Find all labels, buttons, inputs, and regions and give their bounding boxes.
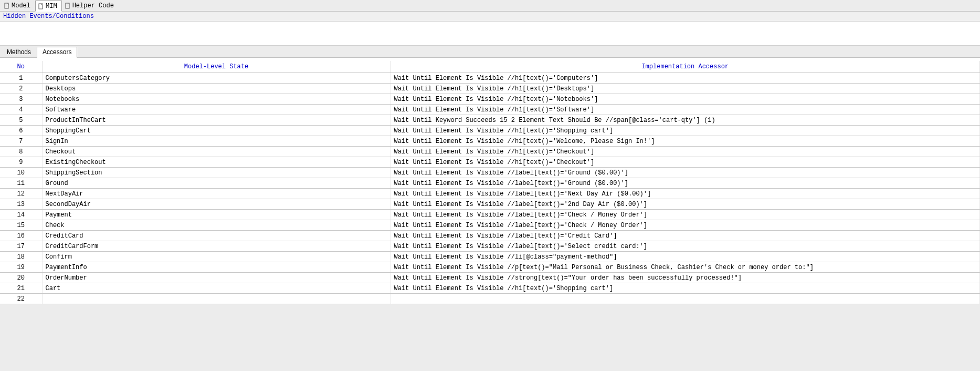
- cell-state[interactable]: Notebooks: [42, 94, 391, 105]
- cell-no[interactable]: 17: [0, 241, 42, 252]
- cell-state[interactable]: Checkout: [42, 147, 391, 157]
- file-icon: [65, 3, 71, 9]
- cell-no[interactable]: 1: [0, 73, 42, 84]
- cell-no[interactable]: 21: [0, 283, 42, 294]
- accessors-table: No Model-Level State Implementation Acce…: [0, 61, 980, 304]
- hidden-events-link[interactable]: Hidden Events/Conditions: [0, 12, 980, 22]
- table-row[interactable]: 9ExistingCheckoutWait Until Element Is V…: [0, 157, 980, 168]
- cell-impl[interactable]: Wait Until Element Is Visible //h1[text(…: [391, 73, 980, 84]
- cell-no[interactable]: 13: [0, 199, 42, 210]
- col-header-impl[interactable]: Implementation Accessor: [391, 61, 980, 73]
- table-row[interactable]: 22: [0, 294, 980, 304]
- cell-no[interactable]: 14: [0, 210, 42, 220]
- table-row[interactable]: 20OrderNumberWait Until Element Is Visib…: [0, 273, 980, 283]
- cell-impl[interactable]: Wait Until Element Is Visible //label[te…: [391, 241, 980, 252]
- cell-no[interactable]: 15: [0, 220, 42, 231]
- table-row[interactable]: 18ConfirmWait Until Element Is Visible /…: [0, 252, 980, 262]
- cell-state[interactable]: ExistingCheckout: [42, 157, 391, 168]
- table-row[interactable]: 17CreditCardFormWait Until Element Is Vi…: [0, 241, 980, 252]
- cell-no[interactable]: 4: [0, 105, 42, 115]
- col-header-no[interactable]: No: [0, 61, 42, 73]
- cell-state[interactable]: Cart: [42, 283, 391, 294]
- cell-impl[interactable]: Wait Until Element Is Visible //p[text()…: [391, 262, 980, 273]
- cell-state[interactable]: ProductInTheCart: [42, 115, 391, 126]
- tab-methods[interactable]: Methods: [1, 47, 37, 57]
- cell-state[interactable]: Confirm: [42, 252, 391, 262]
- cell-state[interactable]: SecondDayAir: [42, 199, 391, 210]
- cell-impl[interactable]: Wait Until Element Is Visible //label[te…: [391, 199, 980, 210]
- cell-no[interactable]: 7: [0, 136, 42, 147]
- cell-impl[interactable]: Wait Until Keyword Succeeds 15 2 Element…: [391, 115, 980, 126]
- cell-impl[interactable]: Wait Until Element Is Visible //h1[text(…: [391, 147, 980, 157]
- cell-no[interactable]: 22: [0, 294, 42, 304]
- cell-impl[interactable]: Wait Until Element Is Visible //label[te…: [391, 189, 980, 199]
- cell-no[interactable]: 19: [0, 262, 42, 273]
- cell-impl[interactable]: Wait Until Element Is Visible //li[@clas…: [391, 252, 980, 262]
- cell-state[interactable]: Check: [42, 220, 391, 231]
- cell-state[interactable]: CreditCardForm: [42, 241, 391, 252]
- cell-no[interactable]: 9: [0, 157, 42, 168]
- table-row[interactable]: 8CheckoutWait Until Element Is Visible /…: [0, 147, 980, 157]
- col-header-state[interactable]: Model-Level State: [42, 61, 391, 73]
- cell-impl[interactable]: Wait Until Element Is Visible //h1[text(…: [391, 105, 980, 115]
- table-row[interactable]: 7SignInWait Until Element Is Visible //h…: [0, 136, 980, 147]
- cell-state[interactable]: Ground: [42, 178, 391, 189]
- cell-impl[interactable]: Wait Until Element Is Visible //strong[t…: [391, 273, 980, 283]
- cell-no[interactable]: 5: [0, 115, 42, 126]
- cell-no[interactable]: 6: [0, 126, 42, 136]
- table-row[interactable]: 14PaymentWait Until Element Is Visible /…: [0, 210, 980, 220]
- cell-no[interactable]: 12: [0, 189, 42, 199]
- cell-impl[interactable]: Wait Until Element Is Visible //h1[text(…: [391, 84, 980, 94]
- cell-impl[interactable]: Wait Until Element Is Visible //h1[text(…: [391, 136, 980, 147]
- table-row[interactable]: 1ComputersCategoryWait Until Element Is …: [0, 73, 980, 84]
- cell-no[interactable]: 18: [0, 252, 42, 262]
- cell-state[interactable]: SignIn: [42, 136, 391, 147]
- cell-no[interactable]: 2: [0, 84, 42, 94]
- tab-accessors[interactable]: Accessors: [37, 47, 77, 58]
- table-row[interactable]: 13SecondDayAirWait Until Element Is Visi…: [0, 199, 980, 210]
- cell-no[interactable]: 11: [0, 178, 42, 189]
- cell-impl[interactable]: Wait Until Element Is Visible //label[te…: [391, 220, 980, 231]
- tab-model[interactable]: Model: [1, 1, 35, 11]
- cell-no[interactable]: 8: [0, 147, 42, 157]
- cell-impl[interactable]: Wait Until Element Is Visible //label[te…: [391, 168, 980, 178]
- cell-no[interactable]: 20: [0, 273, 42, 283]
- table-row[interactable]: 16CreditCardWait Until Element Is Visibl…: [0, 231, 980, 241]
- cell-impl[interactable]: Wait Until Element Is Visible //label[te…: [391, 210, 980, 220]
- cell-impl[interactable]: Wait Until Element Is Visible //h1[text(…: [391, 283, 980, 294]
- table-row[interactable]: 19PaymentInfoWait Until Element Is Visib…: [0, 262, 980, 273]
- cell-state[interactable]: ShippingSection: [42, 168, 391, 178]
- cell-state[interactable]: Desktops: [42, 84, 391, 94]
- cell-state[interactable]: OrderNumber: [42, 273, 391, 283]
- table-row[interactable]: 5ProductInTheCartWait Until Keyword Succ…: [0, 115, 980, 126]
- cell-impl[interactable]: Wait Until Element Is Visible //label[te…: [391, 178, 980, 189]
- cell-impl[interactable]: Wait Until Element Is Visible //label[te…: [391, 231, 980, 241]
- table-row[interactable]: 12NextDayAirWait Until Element Is Visibl…: [0, 189, 980, 199]
- cell-impl[interactable]: Wait Until Element Is Visible //h1[text(…: [391, 157, 980, 168]
- tab-model-label: Model: [12, 2, 30, 9]
- tab-mim[interactable]: MIM: [35, 1, 62, 12]
- cell-state[interactable]: CreditCard: [42, 231, 391, 241]
- cell-impl[interactable]: Wait Until Element Is Visible //h1[text(…: [391, 126, 980, 136]
- cell-state[interactable]: [42, 294, 391, 304]
- table-row[interactable]: 6ShoppingCartWait Until Element Is Visib…: [0, 126, 980, 136]
- table-row[interactable]: 11GroundWait Until Element Is Visible //…: [0, 178, 980, 189]
- table-row[interactable]: 10ShippingSectionWait Until Element Is V…: [0, 168, 980, 178]
- cell-state[interactable]: ShoppingCart: [42, 126, 391, 136]
- cell-state[interactable]: Payment: [42, 210, 391, 220]
- cell-no[interactable]: 16: [0, 231, 42, 241]
- cell-impl[interactable]: [391, 294, 980, 304]
- table-row[interactable]: 4SoftwareWait Until Element Is Visible /…: [0, 105, 980, 115]
- cell-no[interactable]: 10: [0, 168, 42, 178]
- cell-no[interactable]: 3: [0, 94, 42, 105]
- cell-state[interactable]: ComputersCategory: [42, 73, 391, 84]
- cell-impl[interactable]: Wait Until Element Is Visible //h1[text(…: [391, 94, 980, 105]
- table-row[interactable]: 15CheckWait Until Element Is Visible //l…: [0, 220, 980, 231]
- table-row[interactable]: 21CartWait Until Element Is Visible //h1…: [0, 283, 980, 294]
- table-row[interactable]: 2DesktopsWait Until Element Is Visible /…: [0, 84, 980, 94]
- cell-state[interactable]: PaymentInfo: [42, 262, 391, 273]
- cell-state[interactable]: NextDayAir: [42, 189, 391, 199]
- tab-helper-code[interactable]: Helper Code: [62, 1, 119, 11]
- table-row[interactable]: 3NotebooksWait Until Element Is Visible …: [0, 94, 980, 105]
- cell-state[interactable]: Software: [42, 105, 391, 115]
